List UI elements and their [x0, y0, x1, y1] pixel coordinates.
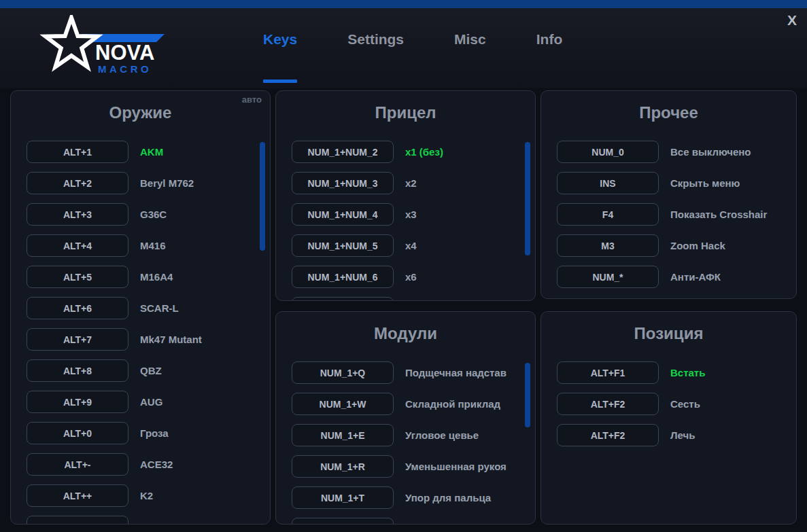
column-left: ОружиеавтоALT+1AKMALT+2Beryl M762ALT+3G3… [10, 90, 271, 525]
action-label: SCAR-L [140, 302, 179, 314]
key-button[interactable]: NUM_1+NUM_4 [292, 203, 394, 226]
key-button[interactable]: ALT++ [27, 484, 128, 507]
key-button[interactable]: NUM_1+Q [292, 361, 394, 384]
action-label: Сесть [670, 398, 700, 410]
hotkey-row: NUM_1+NUM_2x1 (без) [292, 141, 535, 163]
action-label: Гроза [140, 427, 169, 439]
key-button[interactable] [292, 297, 394, 301]
action-label: Все выключено [670, 146, 751, 158]
action-label: M16A4 [140, 271, 173, 283]
key-button[interactable]: ALT+0 [27, 422, 128, 444]
scrollbar-thumb[interactable] [525, 363, 530, 427]
action-label: Beryl M762 [140, 177, 194, 189]
key-button[interactable]: NUM_1+W [292, 393, 394, 415]
tab-info[interactable]: Info [515, 31, 584, 83]
hotkey-row-partial [292, 297, 535, 301]
tab-active-underline [536, 79, 562, 83]
hotkey-row: ALT+F2Сесть [557, 393, 796, 415]
key-button[interactable]: ALT+1 [27, 141, 128, 163]
tab-keys[interactable]: Keys [241, 31, 319, 83]
panel-scope: ПрицелNUM_1+NUM_2x1 (без)NUM_1+NUM_3x2NU… [275, 90, 536, 301]
panel-title: Прочее [541, 101, 796, 125]
hotkey-row-partial [292, 518, 535, 525]
close-button[interactable]: X [787, 12, 797, 29]
key-button[interactable]: NUM_1+T [292, 486, 394, 509]
hotkey-list: NUM_1+NUM_2x1 (без)NUM_1+NUM_3x2NUM_1+NU… [276, 141, 535, 301]
key-button[interactable]: NUM_1+NUM_3 [292, 172, 394, 194]
hotkey-row: ALT+9AUG [27, 391, 270, 413]
key-button[interactable]: ALT+6 [27, 297, 128, 319]
key-button[interactable]: NUM_1+NUM_2 [292, 141, 394, 163]
hotkey-list: NUM_0Все выключеноINSСкрыть менюF4Показа… [541, 141, 796, 288]
hotkey-row: NUM_1+NUM_5x4 [292, 234, 535, 257]
hotkey-row: ALT++K2 [27, 484, 270, 507]
key-button[interactable]: ALT+F1 [557, 361, 659, 384]
hotkey-row-partial [27, 516, 270, 525]
hotkey-row: NUM_1+NUM_3x2 [292, 172, 535, 194]
action-label: M416 [140, 240, 166, 251]
key-button[interactable]: ALT+7 [27, 328, 128, 351]
nova-macro-logo: NOVA MACRO [39, 15, 182, 80]
hotkey-row: ALT+-ACE32 [27, 453, 270, 476]
key-button[interactable]: M3 [557, 234, 659, 257]
hotkey-row: ALT+4M416 [27, 234, 270, 257]
key-button[interactable]: NUM_1+R [292, 455, 394, 478]
action-label: Скрыть меню [670, 177, 740, 189]
key-button[interactable]: ALT+8 [27, 359, 128, 382]
key-button[interactable]: ALT+2 [27, 172, 128, 194]
panel-title: Прицел [276, 101, 535, 125]
tab-active-underline [454, 79, 486, 83]
key-button[interactable]: F4 [557, 203, 659, 226]
panel-modules: МодулиNUM_1+QПодщечная надставNUM_1+WСкл… [275, 311, 536, 525]
tab-label: Settings [347, 31, 404, 48]
key-button[interactable] [292, 518, 394, 525]
key-button[interactable]: ALT+- [27, 453, 128, 476]
hotkey-row: NUM_1+QПодщечная надстав [292, 361, 535, 384]
hotkey-row: F4Показать Crosshair [557, 203, 796, 226]
hotkey-row: M3Zoom Hack [557, 234, 796, 257]
hotkey-row: ALT+3G36C [27, 203, 270, 226]
hotkey-row: NUM_1+WСкладной приклад [292, 393, 535, 415]
tab-active-underline [263, 79, 297, 83]
action-label: Подщечная надстав [405, 367, 506, 378]
key-button[interactable]: ALT+9 [27, 391, 128, 413]
tabs: KeysSettingsMiscInfo [241, 31, 584, 83]
key-button[interactable]: ALT+5 [27, 266, 128, 288]
hotkey-row: INSСкрыть меню [557, 172, 796, 194]
key-button[interactable]: NUM_1+NUM_6 [292, 266, 394, 288]
hotkey-row: ALT+5M16A4 [27, 266, 270, 288]
action-label: x6 [405, 271, 417, 283]
panel-title: Оружие [11, 101, 270, 125]
action-label: x4 [405, 240, 417, 251]
key-button[interactable]: ALT+F2 [557, 424, 659, 446]
star-icon [46, 18, 97, 67]
key-button[interactable] [27, 516, 128, 525]
action-label: Складной приклад [405, 398, 500, 410]
key-button[interactable]: NUM_1+NUM_5 [292, 234, 394, 257]
hotkey-row: ALT+1AKM [27, 141, 270, 163]
action-label: Показать Crosshair [670, 209, 767, 220]
key-button[interactable]: ALT+4 [27, 234, 128, 257]
scrollbar-thumb[interactable] [260, 142, 265, 251]
key-button[interactable]: ALT+3 [27, 203, 128, 226]
content: ОружиеавтоALT+1AKMALT+2Beryl M762ALT+3G3… [10, 90, 797, 525]
scrollbar-thumb[interactable] [525, 142, 530, 255]
action-label: Mk47 Mutant [140, 334, 202, 345]
key-button[interactable]: NUM_1+E [292, 424, 394, 446]
action-label: Упор для пальца [405, 492, 491, 503]
tab-label: Keys [263, 31, 297, 48]
hotkey-row: NUM_0Все выключено [557, 141, 796, 163]
action-label: ACE32 [140, 459, 173, 470]
tab-settings[interactable]: Settings [326, 31, 426, 83]
key-button[interactable]: INS [557, 172, 659, 194]
logo-title-text: NOVA [95, 41, 154, 65]
hotkey-row: ALT+0Гроза [27, 422, 270, 444]
tab-misc[interactable]: Misc [432, 31, 508, 83]
key-button[interactable]: NUM_* [557, 266, 659, 288]
auto-badge: авто [242, 94, 262, 105]
key-button[interactable]: ALT+F2 [557, 393, 659, 415]
action-label: Лечь [670, 429, 695, 441]
key-button[interactable]: NUM_0 [557, 141, 659, 163]
hotkey-row: ALT+F2Лечь [557, 424, 796, 446]
hotkey-row: ALT+6SCAR-L [27, 297, 270, 319]
